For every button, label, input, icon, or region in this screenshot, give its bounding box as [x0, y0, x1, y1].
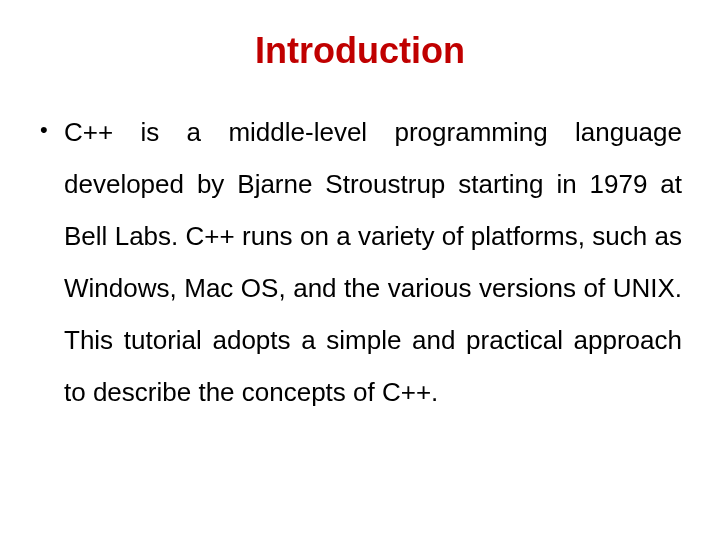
list-item: • C++ is a middle-level programming lang…	[38, 106, 682, 418]
slide: Introduction • C++ is a middle-level pro…	[0, 0, 720, 540]
bullet-icon: •	[40, 106, 48, 154]
bullet-text: C++ is a middle-level programming langua…	[64, 117, 682, 407]
bullet-list: • C++ is a middle-level programming lang…	[38, 106, 682, 418]
slide-title: Introduction	[38, 30, 682, 72]
